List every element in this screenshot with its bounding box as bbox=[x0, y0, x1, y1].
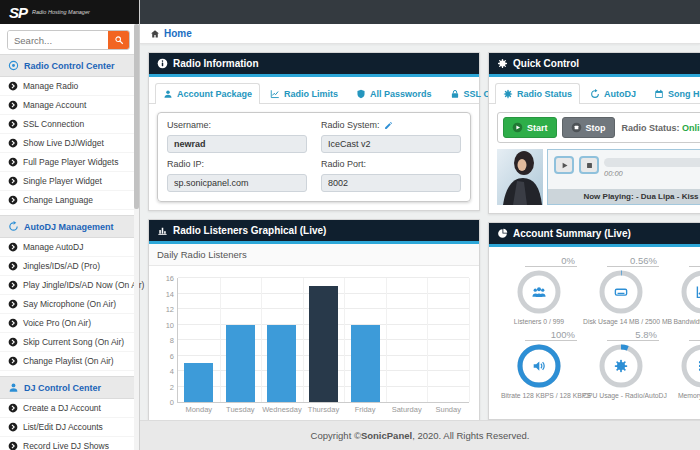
stop-button[interactable]: Stop bbox=[562, 117, 615, 138]
volume-icon bbox=[532, 359, 547, 374]
tab-radio-status[interactable]: Radio Status bbox=[495, 83, 580, 104]
radio-port-input[interactable] bbox=[321, 174, 461, 192]
refresh-icon bbox=[8, 221, 19, 232]
radio-ip-field: Radio IP: bbox=[167, 159, 307, 192]
play-circle-icon bbox=[512, 122, 523, 133]
gauge-disk-usage-14-mb-2500-mb: 0.56%Disk Usage 14 MB / 2500 MB bbox=[583, 255, 659, 325]
sidebar-item-manage-autodj[interactable]: Manage AutoDJ bbox=[0, 238, 139, 257]
x-axis-label: Friday bbox=[355, 405, 376, 414]
gauge-bandwidth-usage-0: Bandwidth Usage 0 bbox=[665, 255, 700, 325]
sidebar-scrollbar-thumb[interactable] bbox=[134, 24, 139, 209]
username-input[interactable] bbox=[167, 135, 307, 153]
radio-ip-input[interactable] bbox=[167, 174, 307, 192]
radio-status-controls: Start Stop Radio Status: Online bbox=[497, 112, 700, 143]
radio-system-input[interactable] bbox=[321, 135, 461, 153]
gauge-bitrate-128-kbps-128-kbps: 100%Bitrate 128 KBPS / 128 KBPS bbox=[501, 329, 577, 399]
home-icon bbox=[150, 29, 160, 39]
tab-account-package[interactable]: Account Package bbox=[155, 83, 260, 104]
chevron-right-circle-icon bbox=[8, 441, 18, 450]
sidebar-nav: Radio Control CenterManage RadioManage A… bbox=[0, 54, 139, 450]
sidebar-item-list-edit-dj-accounts[interactable]: List/Edit DJ Accounts bbox=[0, 418, 139, 437]
account-package-fields: Username: Radio System: Radio IP: bbox=[157, 112, 471, 202]
chart-plot-area: 0246810121416MondayTuesdayWednesdayThurs… bbox=[177, 278, 469, 403]
bar-monday bbox=[184, 363, 213, 402]
radio-information-panel: Radio Information Account PackageRadio L… bbox=[148, 52, 480, 211]
sidebar-item-label: Change Language bbox=[23, 195, 93, 205]
sidebar-item-play-jingle-ids-ad-now-on-air[interactable]: Play Jingle/IDs/AD Now (On Air) bbox=[0, 276, 139, 295]
x-axis-label: Thursday bbox=[308, 405, 339, 414]
player-play-button[interactable] bbox=[554, 156, 574, 174]
start-button[interactable]: Start bbox=[503, 117, 557, 138]
sidebar-scrollbar[interactable] bbox=[134, 24, 139, 450]
sidebar-item-voice-pro-on-air[interactable]: Voice Pro (On Air) bbox=[0, 314, 139, 333]
gauge-percent bbox=[689, 255, 700, 267]
tab-label: AutoDJ bbox=[604, 89, 636, 99]
radio-system-field: Radio System: bbox=[321, 120, 461, 153]
footer-copyright-prefix: Copyright © bbox=[311, 430, 361, 441]
sidebar: SP Radio Hosting Manager Radio Control C… bbox=[0, 0, 140, 450]
chevron-right-circle-icon bbox=[8, 403, 18, 413]
tab-all-passwords[interactable]: All Passwords bbox=[348, 83, 440, 104]
account-summary-panel: Account Summary (Live) 0%Listeners 0 / 9… bbox=[488, 222, 700, 420]
logo[interactable]: SP Radio Hosting Manager bbox=[0, 0, 139, 24]
sidebar-section-radio-control-center[interactable]: Radio Control Center bbox=[0, 54, 139, 77]
radio-information-tabs: Account PackageRadio LimitsAll Passwords… bbox=[149, 77, 479, 104]
sidebar-item-manage-account[interactable]: Manage Account bbox=[0, 96, 139, 115]
sidebar-item-label: Skip Current Song (On Air) bbox=[23, 337, 124, 347]
sidebar-section-dj-control-center[interactable]: DJ Control Center bbox=[0, 376, 139, 399]
footer: Copyright © SonicPanel, 2020. All Rights… bbox=[140, 420, 700, 450]
sidebar-item-skip-current-song-on-air[interactable]: Skip Current Song (On Air) bbox=[0, 333, 139, 352]
stop-circle-icon bbox=[571, 122, 582, 133]
tab-autodj[interactable]: AutoDJ bbox=[582, 83, 644, 104]
sidebar-item-single-player-widget[interactable]: Single Player Widget bbox=[0, 172, 139, 191]
sidebar-item-show-live-dj-widget[interactable]: Show Live DJ/Widget bbox=[0, 134, 139, 153]
player-stop-button[interactable] bbox=[579, 156, 599, 174]
sidebar-item-record-live-dj-shows[interactable]: Record Live DJ Shows bbox=[0, 437, 139, 450]
sidebar-item-say-microphone-on-air[interactable]: Say Microphone (On Air) bbox=[0, 295, 139, 314]
y-axis-tick: 12 bbox=[158, 305, 174, 314]
tab-song-history[interactable]: Song History bbox=[646, 83, 700, 104]
gauge-cpu-usage-radio-autodj: 5.8%CPU Usage - Radio/AutoDJ bbox=[583, 329, 659, 399]
pencil-edit-icon[interactable] bbox=[384, 121, 393, 130]
top-navbar bbox=[140, 0, 700, 24]
username-field: Username: bbox=[167, 120, 307, 153]
lock-icon bbox=[450, 89, 460, 99]
panel-title: Quick Control bbox=[513, 58, 579, 69]
breadcrumb[interactable]: Home bbox=[140, 24, 700, 44]
sidebar-item-change-language[interactable]: Change Language bbox=[0, 191, 139, 210]
y-axis-tick: 0 bbox=[158, 398, 174, 407]
radio-ip-label: Radio IP: bbox=[167, 159, 204, 169]
tab-label: Radio Limits bbox=[284, 89, 338, 99]
users-icon bbox=[532, 285, 547, 300]
sidebar-item-full-page-player-widgets[interactable]: Full Page Player Widgets bbox=[0, 153, 139, 172]
sidebar-item-create-a-dj-account[interactable]: Create a DJ Account bbox=[0, 399, 139, 418]
breadcrumb-home-link[interactable]: Home bbox=[164, 28, 192, 39]
gridline-vertical bbox=[261, 278, 262, 402]
player-progress-bar[interactable] bbox=[604, 158, 700, 167]
y-axis-tick: 8 bbox=[158, 336, 174, 345]
logo-tagline: Radio Hosting Manager bbox=[32, 9, 90, 15]
search-button[interactable] bbox=[108, 31, 129, 49]
chevron-right-circle-icon bbox=[8, 280, 18, 290]
tab-radio-limits[interactable]: Radio Limits bbox=[262, 83, 346, 104]
sidebar-item-label: Show Live DJ/Widget bbox=[23, 138, 104, 148]
gear-icon bbox=[614, 359, 629, 374]
username-label: Username: bbox=[167, 120, 211, 130]
sidebar-item-label: Single Player Widget bbox=[23, 176, 102, 186]
sidebar-item-manage-radio[interactable]: Manage Radio bbox=[0, 77, 139, 96]
sidebar-item-label: SSL Connection bbox=[23, 119, 84, 129]
search-input[interactable] bbox=[8, 31, 108, 49]
radio-port-label: Radio Port: bbox=[321, 159, 366, 169]
bar-chart-icon bbox=[157, 225, 168, 236]
sidebar-item-change-playlist-on-air[interactable]: Change Playlist (On Air) bbox=[0, 352, 139, 371]
sidebar-item-ssl-connection[interactable]: SSL Connection bbox=[0, 115, 139, 134]
sidebar-item-jingles-ids-ad-pro[interactable]: Jingles/IDs/AD (Pro) bbox=[0, 257, 139, 276]
sidebar-section-autodj-management[interactable]: AutoDJ Management bbox=[0, 215, 139, 238]
search-icon bbox=[114, 35, 124, 45]
play-icon bbox=[560, 161, 569, 170]
sidebar-section-label: Radio Control Center bbox=[24, 61, 115, 71]
panel-title: Radio Listeners Graphical (Live) bbox=[173, 225, 326, 236]
x-axis-label: Wednesday bbox=[262, 405, 301, 414]
line-chart-icon bbox=[270, 89, 280, 99]
sidebar-item-label: Voice Pro (On Air) bbox=[23, 318, 91, 328]
